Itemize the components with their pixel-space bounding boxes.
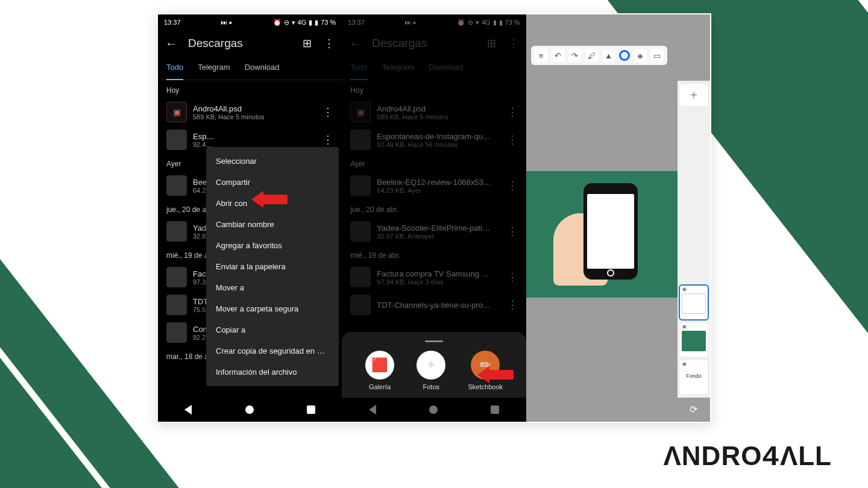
alarm-icon: ⏰ — [273, 19, 281, 27]
file-row[interactable]: ▣Andro4All.psd589 KB, Hace 5 minutos⋮ — [158, 98, 342, 126]
layer-thumb[interactable]: 👁 — [680, 286, 708, 319]
menu-enviar-papelera[interactable]: Enviar a la papelera — [206, 256, 339, 277]
layer-fondo[interactable]: 👁 Fondo — [680, 360, 708, 394]
image-thumb — [166, 175, 187, 196]
nav-home[interactable] — [245, 405, 254, 414]
sketch-toolbar: ≡ ↶ ↷ 🖊 ▲ ◈ ▭ — [531, 46, 667, 65]
layer-thumb[interactable]: 👁 — [680, 323, 708, 357]
status-bar: 13:37 ⏭ ▶ ⏰ ⊖ ▾ 4G ▮ ▮ 73 % — [158, 14, 342, 30]
tab-download[interactable]: Download — [245, 57, 280, 80]
section-label: Hoy — [158, 80, 342, 98]
layers-icon[interactable]: ◈ — [634, 49, 647, 62]
share-app-fotos[interactable]: ✦ Fotos — [417, 351, 445, 390]
share-sheet: 🟥 Galería ✦ Fotos ✏ Sketchbook — [342, 332, 526, 398]
psd-icon: ▣ — [166, 102, 187, 122]
network-label: 4G — [298, 19, 307, 26]
tab-telegram[interactable]: Telegram — [198, 57, 230, 80]
image-thumb — [166, 322, 187, 343]
menu-copia-seguridad[interactable]: Crear copia de seguridad en Goog… — [206, 340, 339, 361]
status-left-icons: ⏭ ▶ — [221, 19, 233, 26]
phone-2: 13:37 ⏭ ▶ ⏰ ⊖ ▾ 4G ▮ ▮ 73 % ← Descargas … — [342, 14, 526, 422]
menu-seleccionar[interactable]: Seleccionar — [206, 151, 339, 172]
screenshot-panel: 13:37 ⏭ ▶ ⏰ ⊖ ▾ 4G ▮ ▮ 73 % ← Descargas … — [157, 13, 711, 423]
status-time: 13:37 — [164, 19, 181, 26]
menu-cambiar-nombre[interactable]: Cambiar nombre — [206, 214, 339, 235]
menu-informacion[interactable]: Información del archivo — [206, 361, 339, 383]
menu-compartir[interactable]: Compartir — [206, 172, 339, 193]
menu-mover-a[interactable]: Mover a — [206, 277, 339, 298]
battery-icon: ▮ — [315, 19, 318, 27]
battery-label: 73 % — [321, 19, 336, 26]
sync-icon[interactable]: ⟳ — [690, 404, 702, 416]
wifi-icon: ▾ — [292, 19, 295, 27]
redo-icon[interactable]: ↷ — [568, 49, 582, 62]
menu-mover-carpeta-segura[interactable]: Mover a carpeta segura — [206, 298, 339, 319]
row-overflow-icon[interactable]: ⋮ — [314, 105, 342, 119]
undo-icon[interactable]: ↶ — [552, 49, 565, 62]
grid-view-icon[interactable]: ⊞ — [303, 37, 312, 50]
visibility-icon[interactable]: 👁 — [682, 287, 687, 293]
brush-icon[interactable]: ▲ — [602, 49, 615, 62]
nav-back[interactable] — [184, 405, 192, 414]
context-menu: Seleccionar Compartir Abrir con Cambiar … — [206, 147, 339, 386]
nav-recent[interactable] — [307, 405, 315, 414]
phone-3: ≡ ↶ ↷ 🖊 ▲ ◈ ▭ + 👁 👁 — [526, 14, 710, 422]
menu-copiar-a[interactable]: Copiar a — [206, 319, 339, 340]
image-thumb — [166, 221, 187, 242]
arrow-indicator — [477, 366, 514, 383]
color-ring-icon[interactable] — [619, 50, 630, 61]
image-thumb — [166, 295, 187, 315]
visibility-icon[interactable]: 👁 — [682, 361, 687, 368]
canvas[interactable] — [526, 171, 678, 298]
visibility-icon[interactable]: 👁 — [682, 324, 687, 330]
add-layer-button[interactable]: + — [680, 84, 708, 106]
back-button[interactable]: ← — [165, 37, 177, 51]
image-thumb — [166, 267, 187, 287]
arrow-indicator — [251, 191, 288, 208]
app-bar: ← Descargas ⊞ ⋮ — [158, 30, 342, 57]
file-name: Esp… — [193, 132, 308, 141]
canvas-artwork — [553, 183, 650, 286]
pen-icon[interactable]: 🖊 — [585, 49, 599, 62]
overflow-icon[interactable]: ⋮ — [324, 37, 335, 50]
drag-handle[interactable] — [425, 340, 443, 342]
row-overflow-icon[interactable]: ⋮ — [314, 133, 342, 146]
tab-todo[interactable]: Todo — [166, 57, 183, 80]
tabs: Todo Telegram Download — [158, 57, 342, 80]
menu-icon[interactable]: ≡ — [535, 49, 548, 62]
layers-panel: + 👁 👁 👁 Fondo — [678, 81, 710, 398]
dnd-icon: ⊖ — [284, 19, 289, 27]
signal-icon: ▮ — [309, 19, 312, 27]
brand-logo: ΛNDRO 4 ΛLL — [664, 441, 832, 471]
phone-1: 13:37 ⏭ ▶ ⏰ ⊖ ▾ 4G ▮ ▮ 73 % ← Descargas … — [158, 14, 342, 422]
image-thumb — [166, 130, 187, 150]
nav-bar — [158, 398, 342, 422]
menu-agregar-favoritos[interactable]: Agregar a favoritos — [206, 235, 339, 256]
file-name: Andro4All.psd — [193, 104, 308, 113]
canvas-icon[interactable]: ▭ — [650, 49, 664, 62]
file-meta: 589 KB, Hace 5 minutos — [193, 113, 308, 120]
page-title: Descargas — [188, 37, 292, 50]
share-app-galeria[interactable]: 🟥 Galería — [365, 351, 394, 390]
